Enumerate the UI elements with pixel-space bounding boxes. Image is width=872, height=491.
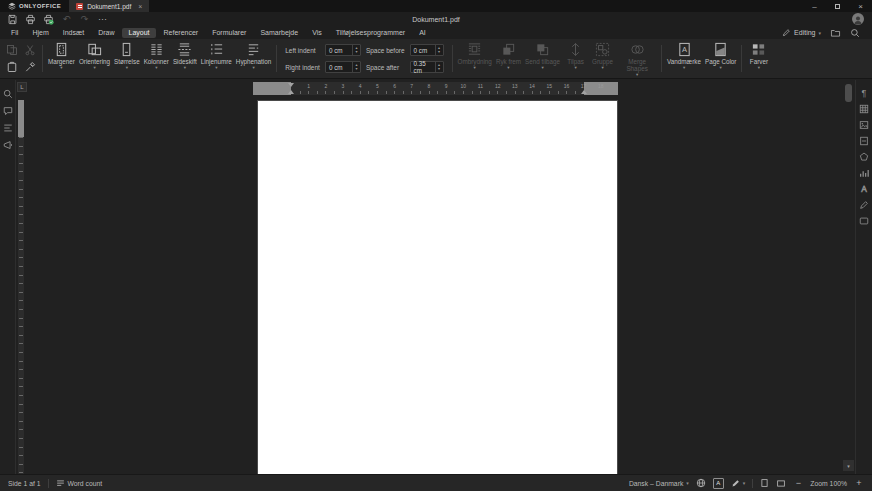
copy-button[interactable] [5,43,19,57]
margins-button[interactable]: Margener ▾ [46,39,77,78]
signature-settings-button[interactable] [858,199,870,210]
feedback-button[interactable] [2,139,14,150]
undo-button[interactable]: ↶ [60,13,73,25]
right-indent-label: Right indent [285,64,320,71]
editing-mode-button[interactable]: Editing ▾ [782,28,821,37]
maximize-button[interactable] [826,0,849,12]
clipboard-group [3,39,39,78]
table-settings-button[interactable] [858,103,870,114]
stepper-arrows[interactable]: ▴▾ [352,45,360,55]
bring-forward-icon [501,42,516,57]
first-line-indent-marker[interactable] [288,83,294,87]
search-button[interactable] [850,28,860,38]
ruler-left-margin[interactable] [253,82,291,95]
tab-draw[interactable]: Draw [92,28,120,38]
pen-mode-button[interactable]: ▾ [731,479,746,488]
print-button[interactable] [24,13,37,25]
quick-print-button[interactable] [42,13,55,25]
open-file-location-button[interactable] [830,28,841,38]
tab-layout[interactable]: Layout [122,28,155,38]
redo-button[interactable]: ↷ [78,13,91,25]
user-avatar[interactable] [852,13,864,25]
title-bar: ↶ ↷ ··· Dokument1.pdf [0,12,872,26]
app-tab[interactable]: ONLYOFFICE [0,0,69,12]
align-button[interactable]: Tilpas ▾ [562,39,589,78]
header-footer-settings-button[interactable] [858,135,870,146]
image-settings-button[interactable] [858,119,870,130]
merge-shapes-button[interactable]: Merge Shapes ▾ [616,39,658,78]
tab-formularer[interactable]: Formularer [206,28,252,38]
chart-settings-button[interactable] [858,167,870,178]
paste-button[interactable] [5,60,19,74]
space-after-stepper[interactable]: 0.35 cm ▴▾ [410,61,444,73]
navigation-panel-button[interactable] [2,122,14,133]
hyphenation-icon [246,42,261,57]
color-scheme-button[interactable]: Farver ▾ [745,39,772,78]
search-panel-button[interactable] [2,88,14,99]
tab-indsaet[interactable]: Indsæt [57,28,90,38]
right-indent-marker[interactable] [581,90,587,94]
caret-down-icon: ▾ [474,65,476,71]
document-page[interactable] [257,100,618,474]
minimize-button[interactable]: – [803,0,826,12]
close-window-button[interactable]: × [849,0,872,12]
close-tab-icon[interactable]: × [138,3,142,10]
tab-selector[interactable]: L [17,82,27,92]
comments-panel-button[interactable] [2,105,14,116]
orientation-button[interactable]: Orientering ▾ [77,39,112,78]
tab-referencer[interactable]: Referencer [158,28,205,38]
hyphenation-button[interactable]: Hyphenation ▾ [234,39,273,78]
divider [752,479,753,488]
horizontal-ruler[interactable]: 123456789101112131415161718 [253,82,618,95]
word-count-button[interactable]: Word count [56,479,103,488]
scrollbar-thumb[interactable] [845,84,852,102]
fit-width-button[interactable] [776,479,786,488]
wrapping-button[interactable]: Ombrydning ▾ [456,39,494,78]
watermark-button[interactable]: A Vandmærke ▾ [665,39,703,78]
left-indent-stepper[interactable]: 0 cm ▴▾ [325,44,361,56]
group-button[interactable]: Gruppe ▾ [589,39,616,78]
tab-fil[interactable]: Fil [5,28,24,38]
right-indent-stepper[interactable]: 0 cm ▴▾ [325,61,361,73]
line-numbers-button[interactable]: Linjenumre ▾ [199,39,234,78]
customize-quick-access-button[interactable]: ··· [96,13,109,25]
format-painter-button[interactable] [23,60,37,74]
stepper-arrows[interactable]: ▴▾ [352,62,360,72]
stepper-arrows[interactable]: ▴▾ [435,45,443,55]
tab-hjem[interactable]: Hjem [26,28,54,38]
tab-vis[interactable]: Vis [306,28,328,38]
document-tab[interactable]: Dokument1.pdf × [69,0,149,12]
columns-button[interactable]: Kolonner ▾ [142,39,171,78]
spellcheck-toggle[interactable]: A [713,478,724,489]
color-scheme-icon [751,42,766,57]
page-indicator: Side 1 af 1 [8,480,41,487]
space-before-label: Space before [366,47,405,54]
space-before-stepper[interactable]: 0 cm ▴▾ [410,44,444,56]
page-break-button[interactable]: Sideskift ▾ [171,39,199,78]
zoom-in-button[interactable]: + [854,478,864,488]
orientation-icon [87,42,102,57]
textart-settings-button[interactable]: A [858,183,870,194]
tab-ai[interactable]: AI [413,28,432,38]
divider [276,45,277,72]
paragraph-settings-button[interactable]: ¶ [858,87,870,98]
document-language-button[interactable]: Dansk – Danmark ▾ [629,480,689,487]
fit-page-button[interactable] [760,478,769,488]
scroll-down-button[interactable]: ▾ [843,460,854,471]
tab-tilfoejelsesprogrammer[interactable]: Tilføjelsesprogrammer [330,28,411,38]
divider [48,479,49,488]
shape-settings-button[interactable] [858,151,870,162]
cut-button[interactable] [23,43,37,57]
zoom-out-button[interactable]: − [793,478,803,488]
send-backward-button[interactable]: Send tilbage ▾ [523,39,562,78]
tab-samarbejde[interactable]: Samarbejde [254,28,304,38]
left-indent-marker[interactable] [288,90,294,94]
form-settings-button[interactable] [858,215,870,226]
vertical-ruler[interactable] [18,100,24,474]
stepper-arrows[interactable]: ▴▾ [435,62,443,72]
page-size-button[interactable]: Størrelse ▾ [112,39,142,78]
page-color-button[interactable]: Page Color ▾ [703,39,739,78]
save-button[interactable] [6,13,19,25]
bring-forward-button[interactable]: Ryk frem ▾ [494,39,523,78]
set-language-globe-button[interactable] [696,478,706,488]
